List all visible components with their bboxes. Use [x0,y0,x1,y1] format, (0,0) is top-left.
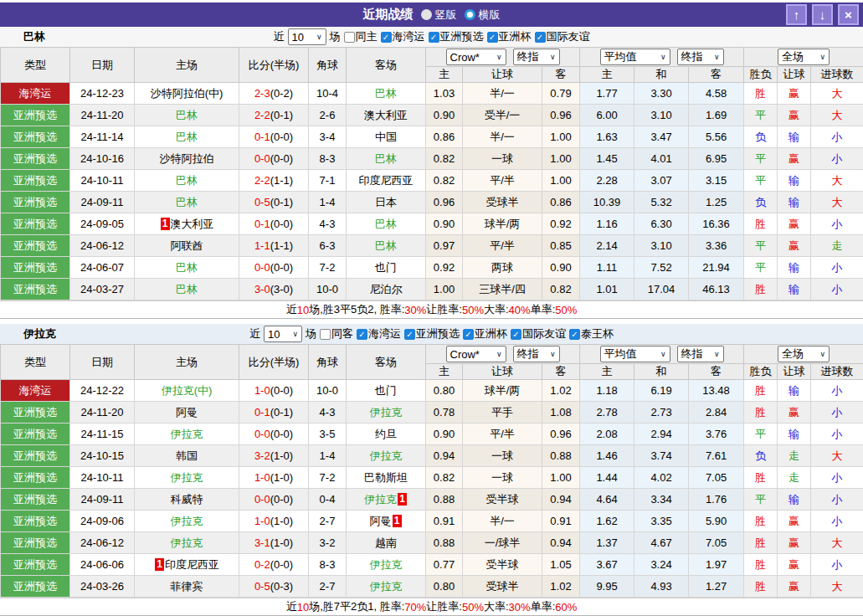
avg-draw: 4.67 [634,532,689,554]
match-row: 亚洲预选24-09-051澳大利亚0-1(0-0)4-3巴林0.90球半/两0.… [1,213,863,235]
result-goals: 小 [811,489,863,511]
full-match-select[interactable]: 全场∨ [778,49,830,65]
full-match-select[interactable]: 全场∨ [778,346,830,362]
column-header: 日期 [70,48,135,83]
halftime-score: (0-0) [270,218,293,230]
final-odds-select[interactable]: 终指∨ [513,346,560,362]
competition-checkbox[interactable]: ✓ [569,329,580,340]
close-button[interactable]: × [838,4,859,25]
result-handicap: 赢 [778,402,811,424]
result-outcome: 胜 [744,213,778,235]
avg-home: 2.14 [580,235,634,257]
same-venue-checkbox[interactable] [320,329,331,340]
fulltime-score: 0-0 [254,152,270,165]
match-row: 亚洲预选24-11-20巴林2-2(0-1)2-6澳大利亚0.90受半/一0.9… [1,105,863,126]
competition-checkbox[interactable]: ✓ [357,329,367,340]
score-cell: 0-1(0-0) [239,213,309,235]
odds-away: 0.94 [542,489,580,511]
odds-home: 0.88 [426,489,463,511]
competition-checkbox[interactable]: ✓ [487,32,498,43]
odds-home: 0.82 [426,170,463,192]
competition-checkbox[interactable]: ✓ [429,32,439,43]
home-team-name: 伊拉克 [171,428,203,440]
column-header: 客场 [347,48,426,83]
avg-home: 1.45 [580,148,634,170]
final-odds-select-2[interactable]: 终指∨ [677,49,724,65]
competition-badge: 海湾运 [1,380,70,402]
match-row: 亚洲预选24-06-061印度尼西亚0-2(0-0)8-3伊拉克0.77受半球1… [1,554,863,576]
result-handicap: 赢 [778,554,811,576]
column-header: 类型 [1,48,70,83]
result-handicap: 输 [778,279,811,300]
result-goals: 小 [811,380,863,402]
result-outcome: 平 [744,170,778,192]
home-team-cell: 阿曼 [135,402,239,424]
home-team-name: 巴林 [176,261,198,274]
avg-draw: 3.10 [634,105,689,126]
recent-count-select[interactable]: 10∨ [264,326,302,342]
avg-home: 1.01 [580,279,634,300]
away-team-name: 巴林 [375,218,397,230]
avg-draw: 3.30 [634,83,689,105]
move-up-button[interactable]: ↑ [786,4,807,25]
halftime-score: (1-0) [270,536,293,549]
same-venue-checkbox[interactable] [344,32,355,43]
score-cell: 0-1(0-1) [239,402,309,424]
chevron-down-icon: ∨ [660,53,666,61]
sub-column-header: 客 [542,364,580,380]
odds-away: 1.02 [542,380,580,402]
matches-table: 类型日期主场比分(半场)角球客场Crow*∨终指∨平均值∨终指∨全场∨主让球客主… [0,344,863,598]
score-cell: 0-1(0-0) [239,126,309,148]
competition-label: 国际友谊 [522,326,566,341]
result-outcome: 胜 [744,402,778,424]
competition-checkbox[interactable]: ✓ [381,32,392,43]
odds-away: 1.08 [542,402,580,424]
competition-checkbox[interactable]: ✓ [535,32,546,43]
competition-label: 海湾运 [368,326,401,341]
bookmaker-select[interactable]: Crow*∨ [446,346,506,362]
home-team-name: 巴林 [176,196,198,208]
competition-checkbox[interactable]: ✓ [511,329,521,340]
sub-column-header: 让球 [463,67,542,83]
corner-score: 2-7 [309,576,347,598]
result-outcome: 胜 [744,380,778,402]
odds-away: 0.85 [542,235,580,257]
avg-away: 1.69 [689,105,744,126]
odds-select-group: 平均值∨终指∨ [580,48,744,67]
halftime-score: (0-0) [270,428,293,440]
team-section-2: 伊拉克近10∨场同客✓海湾运✓亚洲预选✓亚洲杯✓国际友谊✓泰王杯类型日期主场比分… [0,324,863,616]
match-date: 24-11-15 [70,424,135,445]
final-odds-select-2[interactable]: 终指∨ [677,346,724,362]
average-odds-select[interactable]: 平均值∨ [600,346,670,362]
score-cell: 0-5(0-1) [239,192,309,213]
corner-score: 4-3 [309,402,347,424]
avg-home: 1.44 [580,467,634,489]
odds-select-group: 平均值∨终指∨ [580,345,744,364]
result-handicap: 赢 [778,532,811,554]
recent-count-select[interactable]: 10∨ [288,28,326,45]
home-team-name: 伊拉克 [171,515,203,527]
halftime-score: (1-0) [270,471,293,484]
match-date: 24-06-07 [70,257,135,279]
odds-home: 0.96 [426,192,463,213]
move-down-button[interactable]: ↓ [812,4,833,25]
home-team-cell: 巴林 [135,170,239,192]
odds-away: 0.88 [542,445,580,467]
section-header-bar: 伊拉克近10∨场同客✓海湾运✓亚洲预选✓亚洲杯✓国际友谊✓泰王杯 [0,324,863,344]
avg-draw: 6.30 [634,213,689,235]
chevron-down-icon: ∨ [714,53,720,61]
home-team-name: 菲律宾 [171,580,203,593]
odds-handicap: 两球 [463,257,542,279]
sub-column-header: 客 [689,364,744,380]
score-cell: 0-0(0-0) [239,424,309,445]
same-venue-filter: 同客 [320,326,353,341]
view-option-horizontal[interactable]: 横版 [465,8,501,23]
average-odds-select[interactable]: 平均值∨ [600,49,670,65]
odds-away: 1.02 [542,576,580,598]
competition-checkbox[interactable]: ✓ [404,329,415,340]
view-option-vertical[interactable]: 竖版 [421,8,457,23]
final-odds-select[interactable]: 终指∨ [513,49,560,65]
bookmaker-select[interactable]: Crow*∨ [446,49,506,65]
matches-label: 场 [330,29,341,44]
competition-checkbox[interactable]: ✓ [463,329,474,340]
